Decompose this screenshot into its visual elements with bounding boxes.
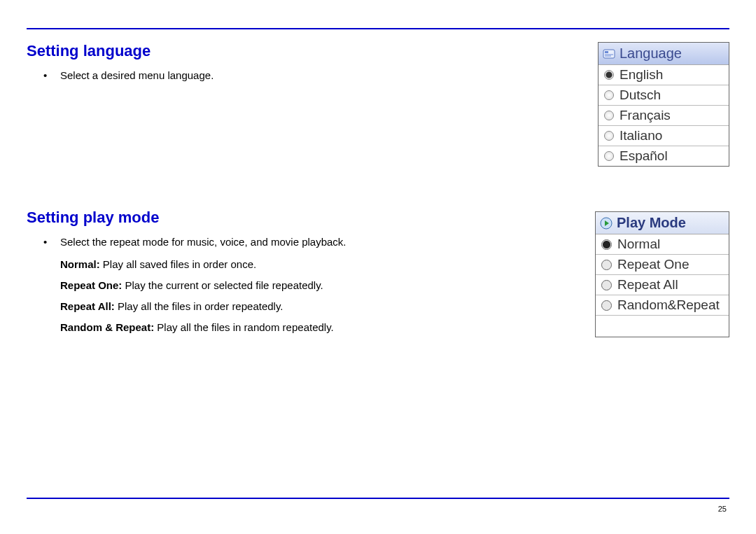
playmode-item-repeat-all: Repeat All: Play all the files in order … [27,296,581,317]
language-option-francais[interactable]: Français [598,106,729,126]
language-option-dutsch[interactable]: Dutsch [598,85,729,106]
svg-rect-1 [605,51,608,53]
item-name: Repeat One: [60,279,122,291]
option-label: Normal [617,237,660,252]
radio-icon [604,131,614,141]
item-name: Random & Repeat: [60,321,154,333]
playmode-text-col: Setting play mode Select the repeat mode… [27,209,595,338]
option-label: Repeat One [617,257,689,272]
item-name: Repeat All: [60,300,115,312]
option-label: Repeat All [617,277,678,293]
option-label: Español [620,148,668,164]
option-label: Dutsch [620,87,661,103]
option-label: Français [620,108,671,123]
language-bullets: Select a desired menu language. [27,66,584,86]
playmode-ui-box: Play Mode Normal Repeat One Repeat All R… [595,211,729,337]
language-bullet-1: Select a desired menu language. [27,66,584,86]
play-icon [600,217,612,230]
item-desc: Play all saved files in order once. [100,258,256,270]
language-ui-box: Language English Dutsch Français Italian… [598,42,729,167]
language-text-col: Setting language Select a desired menu l… [27,42,598,86]
svg-rect-0 [603,50,615,58]
playmode-option-repeat-one[interactable]: Repeat One [596,255,729,275]
top-rule [27,28,729,29]
radio-icon [601,300,612,311]
page-number: 25 [718,505,727,513]
playmode-option-normal[interactable]: Normal [596,234,729,255]
bottom-rule [27,498,729,499]
language-option-english[interactable]: English [598,65,729,85]
language-ui-title: Language [620,45,682,62]
playmode-bullet-1: Select the repeat mode for music, voice,… [27,232,581,253]
playmode-option-empty [596,316,729,337]
item-desc: Play the current or selected file repeat… [122,279,323,291]
radio-icon [601,260,612,270]
radio-icon [601,239,612,250]
item-desc: Play all the files in random repeatedly. [154,321,334,333]
playmode-ui-title: Play Mode [617,215,686,231]
radio-icon [604,90,614,100]
playmode-item-random-repeat: Random & Repeat: Play all the files in r… [27,317,581,338]
option-label: English [620,67,663,83]
playmode-bullets: Select the repeat mode for music, voice,… [27,232,581,253]
item-desc: Play all the files in order repeatedly. [115,300,284,312]
item-name: Normal: [60,258,100,270]
playmode-option-repeat-all[interactable]: Repeat All [596,275,729,295]
language-option-italiano[interactable]: Italiano [598,126,729,146]
playmode-ui-header: Play Mode [596,212,729,234]
language-option-espanol[interactable]: Español [598,146,729,166]
playmode-item-repeat-one: Repeat One: Play the current or selected… [27,275,581,296]
option-label: Italiano [620,128,662,143]
radio-icon [604,111,614,120]
radio-icon [601,280,612,290]
option-label: Random&Repeat [617,297,720,313]
heading-language: Setting language [27,42,584,60]
heading-playmode: Setting play mode [27,209,581,227]
radio-icon [604,151,614,161]
playmode-sublist: Normal: Play all saved files in order on… [27,254,581,338]
section-playmode: Setting play mode Select the repeat mode… [27,209,729,338]
playmode-option-random-repeat[interactable]: Random&Repeat [596,295,729,316]
playmode-item-normal: Normal: Play all saved files in order on… [27,254,581,275]
radio-icon [604,70,614,80]
section-language: Setting language Select a desired menu l… [27,42,729,167]
language-icon [603,48,615,60]
page: Setting language Select a desired menu l… [0,0,756,534]
language-ui-header: Language [598,43,729,65]
